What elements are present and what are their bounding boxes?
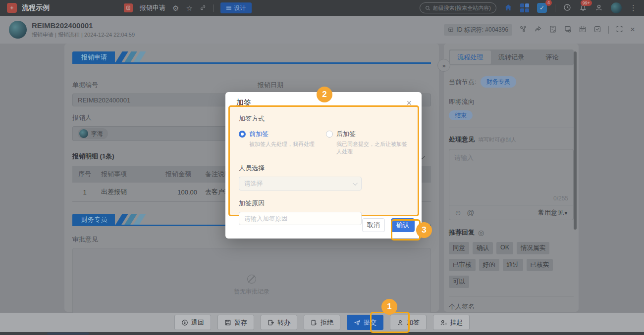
more-menu-icon[interactable]: ⋮: [630, 3, 637, 12]
radio-postsign-desc: 我已同意提交，之后让被加签人处理: [336, 141, 409, 155]
method-label: 加签方式: [239, 114, 409, 123]
reply-chip[interactable]: 好的: [479, 259, 499, 271]
process-panel: » 流程处理 流转记录 评论 当前节点: 财务专员 即将流向 结束 处理意见 填…: [444, 44, 579, 312]
radio-on-icon: [239, 131, 246, 138]
reply-chip[interactable]: 可以: [449, 276, 469, 288]
favorite-star-icon[interactable]: ☆: [186, 4, 192, 12]
doc-icon: [124, 3, 133, 12]
app-title: 流程示例: [22, 3, 50, 12]
todo-icon[interactable]: ✓ 4: [537, 3, 547, 13]
field-label-date: 报销日期: [258, 81, 431, 90]
panel-collapse-icon[interactable]: »: [437, 59, 450, 72]
support-icon[interactable]: [595, 3, 603, 13]
scrollbar-thumb[interactable]: [47, 333, 89, 335]
apps-grid-icon[interactable]: [520, 3, 529, 12]
radio-postsign[interactable]: 后加签: [326, 130, 409, 139]
user-avatar[interactable]: [611, 2, 622, 13]
notifications-bell-icon[interactable]: 99+: [579, 3, 587, 13]
horizontal-scrollbar[interactable]: [0, 332, 644, 335]
radio-presign-label: 前加签: [249, 130, 268, 139]
cancel-button[interactable]: 取消: [362, 218, 385, 232]
mention-icon[interactable]: @: [467, 208, 474, 217]
person-pill: 李海: [78, 128, 108, 139]
link-icon[interactable]: [200, 4, 206, 12]
tab-records[interactable]: 流转记录: [491, 50, 532, 64]
divider: [213, 4, 214, 12]
todo-badge: 4: [545, 0, 552, 6]
suspend-button[interactable]: 挂起: [433, 315, 470, 330]
field-label-person: 报销人: [72, 113, 247, 122]
countersign-modal: 加签 × 加签方式 前加签 被加签人先处理，我再处理 后加签: [225, 92, 422, 239]
doc-clock-icon[interactable]: [564, 25, 572, 35]
reply-chip[interactable]: 确认: [473, 242, 493, 254]
caret-down-icon: ▼: [564, 211, 568, 216]
radio-off-icon: [326, 131, 333, 138]
next-node-pill: 结束: [449, 110, 473, 120]
emoji-icon[interactable]: ☺: [454, 208, 462, 217]
char-counter: 0/255: [553, 195, 568, 202]
common-opinions-dropdown[interactable]: 常用意见▼: [538, 208, 568, 217]
doc-check-icon[interactable]: [549, 25, 557, 35]
time-icon[interactable]: [563, 3, 571, 13]
radio-postsign-label: 后加签: [336, 130, 356, 139]
reason-input[interactable]: [239, 212, 362, 225]
section-banner-reimbursement: 报销申请: [72, 51, 431, 64]
initiator-avatar: [9, 21, 27, 39]
radio-presign[interactable]: 前加签: [239, 130, 326, 139]
flow-icon[interactable]: [519, 25, 527, 35]
cell-seq: 1: [72, 183, 97, 202]
person-select[interactable]: 请选择: [239, 177, 362, 191]
save-draft-button[interactable]: 暂存: [217, 315, 254, 330]
search-icon: [425, 5, 430, 11]
document-header: REIMB202400001 报销申请 | 报销流程 | 2024-12-24 …: [0, 16, 644, 44]
reply-chip[interactable]: 同意: [449, 242, 469, 254]
calendar-icon[interactable]: [579, 25, 587, 35]
empty-icon: [247, 275, 256, 284]
share-icon[interactable]: [534, 25, 542, 35]
reply-chip[interactable]: 已审核: [449, 259, 476, 271]
col-item: 报销事项: [97, 166, 161, 183]
checkbox-icon[interactable]: [593, 25, 601, 35]
reply-chip[interactable]: 通过: [503, 259, 523, 271]
tab-comments[interactable]: 评论: [532, 50, 573, 64]
global-search-input[interactable]: 超级搜索(搜索全站内容): [420, 2, 496, 13]
annotation-step-1: 1: [381, 299, 397, 315]
reply-chip[interactable]: OK: [496, 242, 513, 254]
panel-scrollbar[interactable]: [574, 51, 577, 230]
transfer-button[interactable]: 转办: [261, 315, 297, 330]
tab-process[interactable]: 流程处理: [450, 50, 491, 64]
doc-no-input[interactable]: REIMB202400001: [72, 94, 247, 106]
fullscreen-icon[interactable]: [616, 25, 623, 34]
reply-chip[interactable]: 已核实: [527, 259, 553, 271]
design-button[interactable]: 设计: [220, 2, 252, 13]
signature-label: 个人签名: [449, 302, 574, 311]
transfer-icon: [268, 319, 274, 326]
radio-presign-desc: 被加签人先处理，我再处理: [249, 141, 326, 148]
opinion-label: 处理意见: [449, 135, 475, 144]
app-logo-icon: [7, 3, 17, 13]
person-input[interactable]: 李海: [72, 126, 247, 141]
divider: [555, 4, 555, 12]
return-button[interactable]: 退回: [174, 315, 211, 330]
search-placeholder: 超级搜索(搜索全站内容): [433, 4, 491, 12]
person-select-label: 人员选择: [239, 164, 409, 173]
suggested-replies-label: 推荐回复: [449, 228, 475, 237]
current-node-label: 当前节点:: [449, 78, 477, 87]
reply-chip[interactable]: 情况属实: [517, 242, 549, 254]
opinion-textarea[interactable]: 请输入 0/255: [449, 149, 573, 205]
divider: [449, 128, 574, 128]
document-meta: 报销申请 | 报销流程 | 2024-12-24 22:04:59: [32, 31, 135, 39]
eye-icon[interactable]: ◎: [478, 229, 484, 237]
field-label-doc-no: 单据编号: [72, 81, 247, 90]
next-flow-label: 即将流向: [449, 97, 574, 106]
reject-icon: [311, 319, 318, 326]
sliders-icon: [226, 6, 231, 10]
divider: [449, 296, 574, 296]
doc-tab-title[interactable]: 报销申请: [140, 3, 165, 12]
close-icon[interactable]: ×: [630, 25, 635, 35]
reject-button[interactable]: 拒绝: [304, 315, 340, 330]
action-toolbar: 退回 暂存 转办 拒绝 提交 加签 挂起: [0, 313, 644, 332]
home-icon[interactable]: [504, 3, 512, 13]
settings-gear-icon[interactable]: ⚙: [172, 4, 179, 12]
person-avatar: [79, 129, 88, 138]
